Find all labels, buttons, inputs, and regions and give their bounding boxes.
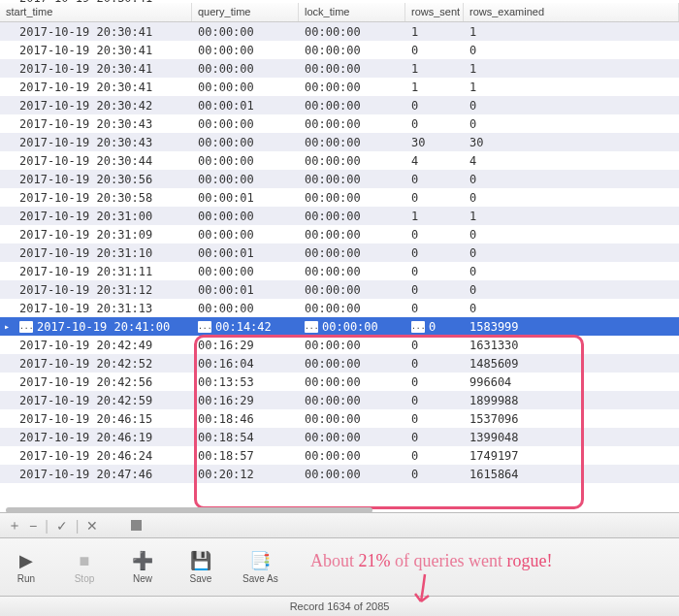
table-row[interactable]: 2017-10-19 20:42:4900:16:2900:00:0001631… bbox=[0, 336, 679, 354]
cell-ellipsis-icon[interactable]: ... bbox=[198, 321, 211, 333]
table-row[interactable]: 2017-10-19 20:30:4200:00:0100:00:0000 bbox=[0, 96, 679, 114]
col-header-rows-sent[interactable]: rows_sent bbox=[405, 3, 464, 21]
cell-lock-time: 00:00:00 bbox=[299, 373, 405, 391]
cell-start-time: 2017-10-19 20:46:24 bbox=[14, 447, 192, 465]
cell-ellipsis-icon[interactable]: ... bbox=[411, 321, 425, 333]
save-label: Save bbox=[190, 573, 212, 584]
table-row[interactable]: 2017-10-19 20:30:4100:00:0000:00:0011 bbox=[0, 59, 679, 78]
save-button[interactable]: 💾 Save bbox=[184, 550, 217, 584]
cell-start-time: 2017-10-19 20:31:12 bbox=[14, 281, 192, 299]
col-header-query-time[interactable]: query_time bbox=[192, 3, 299, 21]
cell-rows-sent: 0 bbox=[405, 429, 464, 446]
cell-query-time: 00:13:53 bbox=[192, 373, 299, 391]
table-row[interactable]: 2017-10-19 20:31:1300:00:0000:00:0000 bbox=[0, 299, 679, 317]
plus-circle-icon: ➕ bbox=[132, 550, 153, 571]
cell-rows-examined: 1 bbox=[464, 79, 679, 96]
new-label: New bbox=[133, 573, 152, 584]
cell-query-time: 00:00:00 bbox=[192, 60, 299, 78]
cell-lock-time: 00:00:00 bbox=[299, 60, 405, 78]
cell-rows-sent: 1 bbox=[405, 208, 464, 225]
table-row[interactable]: 2017-10-19 20:42:5200:16:0400:00:0001485… bbox=[0, 354, 679, 373]
cell-lock-time: 00:00:00 bbox=[299, 447, 405, 465]
table-row[interactable]: 2017-10-19 20:42:5900:16:2900:00:0001899… bbox=[0, 391, 679, 409]
cell-start-time: 2017-10-19 20:42:49 bbox=[14, 337, 192, 354]
cell-lock-time: 00:00:00 bbox=[299, 355, 405, 373]
horizontal-scrollbar[interactable] bbox=[6, 507, 673, 513]
add-row-button[interactable]: ＋ bbox=[8, 517, 21, 535]
stop-small-button[interactable] bbox=[131, 520, 142, 531]
cell-rows-examined: 1 bbox=[464, 60, 679, 78]
cell-lock-time: 00:00:00 bbox=[299, 208, 405, 225]
table-row[interactable]: 2017-10-19 20:30:5800:00:0100:00:0000 bbox=[0, 188, 679, 207]
col-header-lock-time[interactable]: lock_time bbox=[299, 3, 405, 21]
cell-rows-examined: 1537096 bbox=[464, 410, 679, 428]
table-row[interactable]: 2017-10-19 20:46:2400:18:5700:00:0001749… bbox=[0, 446, 679, 465]
cell-rows-examined: 0 bbox=[464, 171, 679, 188]
cell-rows-examined: 30 bbox=[464, 134, 679, 151]
table-row[interactable]: 2017-10-19 20:30:4100:00:0000:00:0011 bbox=[0, 78, 679, 96]
table-row[interactable]: 2017-10-19 20:46:1500:18:4600:00:0001537… bbox=[0, 409, 679, 428]
table-row[interactable]: 2017-10-19 20:42:5600:13:5300:00:0009966… bbox=[0, 373, 679, 391]
cell-lock-time: 00:00:00 bbox=[299, 300, 405, 317]
commit-button[interactable]: ✓ bbox=[56, 518, 68, 534]
table-row[interactable]: 2017-10-19 20:31:1000:00:0100:00:0000 bbox=[0, 243, 679, 262]
cell-start-time: 2017-10-19 20:31:10 bbox=[14, 244, 192, 262]
cell-start-time: 2017-10-19 20:31:13 bbox=[14, 300, 192, 317]
cell-query-time: 00:16:29 bbox=[192, 337, 299, 354]
cell-rows-sent: 0 bbox=[405, 355, 464, 373]
col-header-start-time[interactable]: start_time bbox=[0, 3, 192, 21]
cell-rows-examined: 1899988 bbox=[464, 392, 679, 409]
table-row[interactable]: 2017-10-19 20:31:1100:00:0000:00:0000 bbox=[0, 262, 679, 280]
col-header-rows-examined[interactable]: rows_examined bbox=[464, 3, 679, 21]
table-row[interactable]: 2017-10-19 20:30:4100:00:0000:00:0011 bbox=[0, 22, 679, 41]
remove-row-button[interactable]: − bbox=[29, 518, 37, 534]
table-row[interactable]: 2017-10-19 20:31:1200:00:0100:00:0000 bbox=[0, 280, 679, 299]
cell-rows-sent: 4 bbox=[405, 152, 464, 170]
cell-lock-time: 00:00:00 bbox=[299, 337, 405, 354]
table-row[interactable]: 2017-10-19 20:31:0900:00:0000:00:0000 bbox=[0, 225, 679, 243]
cell-rows-sent: 1 bbox=[405, 23, 464, 41]
save-as-button[interactable]: 📑 Save As bbox=[242, 550, 278, 584]
cell-start-time: 2017-10-19 20:30:42 bbox=[14, 97, 192, 114]
cell-query-time: 00:18:57 bbox=[192, 447, 299, 465]
cell-rows-sent: 0 bbox=[405, 447, 464, 465]
cell-start-time: 2017-10-19 20:30:56 bbox=[14, 171, 192, 188]
cell-lock-time: 00:00:00 bbox=[299, 152, 405, 170]
table-row[interactable]: 2017-10-19 20:31:0000:00:0000:00:0011 bbox=[0, 207, 679, 225]
table-row[interactable]: 2017-10-19 20:30:4300:00:0000:00:003030 bbox=[0, 133, 679, 151]
table-row[interactable]: 2017-10-19 20:30:5600:00:0000:00:0000 bbox=[0, 170, 679, 188]
table-row[interactable]: 2017-10-19 20:30:4100:00:0000:00:0000 bbox=[0, 41, 679, 59]
results-table[interactable]: 2017-10-19 20:30:41 start_time query_tim… bbox=[0, 0, 679, 512]
cell-lock-time: 00:00:00 bbox=[299, 79, 405, 96]
cell-start-time: 2017-10-19 20:30:58 bbox=[14, 189, 192, 207]
cell-query-time: 00:00:00 bbox=[192, 79, 299, 96]
new-button[interactable]: ➕ New bbox=[126, 550, 159, 584]
cell-rows-examined: 0 bbox=[464, 42, 679, 59]
row-gutter: ▸ bbox=[0, 321, 14, 332]
cell-ellipsis-icon[interactable]: ... bbox=[305, 321, 318, 333]
table-row[interactable]: ▸...2017-10-19 20:41:00...00:14:42...00:… bbox=[0, 317, 679, 336]
cell-start-time: 2017-10-19 20:30:43 bbox=[14, 134, 192, 151]
cell-query-time: 00:00:01 bbox=[192, 97, 299, 114]
cancel-button[interactable]: ✕ bbox=[86, 518, 98, 534]
cell-rows-sent: 0 bbox=[405, 42, 464, 59]
cell-lock-time: 00:00:00 bbox=[299, 429, 405, 446]
cell-rows-sent: 0 bbox=[405, 115, 464, 133]
cell-start-time: 2017-10-19 20:42:59 bbox=[14, 392, 192, 409]
cell-start-time: 2017-10-19 20:31:09 bbox=[14, 226, 192, 243]
cell-ellipsis-icon[interactable]: ... bbox=[19, 321, 33, 333]
stop-label: Stop bbox=[75, 573, 95, 584]
cell-query-time: ...00:14:42 bbox=[192, 318, 299, 336]
scrollbar-thumb[interactable] bbox=[6, 507, 372, 513]
cell-lock-time: 00:00:00 bbox=[299, 466, 405, 483]
table-row[interactable]: 2017-10-19 20:46:1900:18:5400:00:0001399… bbox=[0, 428, 679, 446]
cell-lock-time: 00:00:00 bbox=[299, 115, 405, 133]
table-row[interactable]: 2017-10-19 20:30:4400:00:0000:00:0044 bbox=[0, 151, 679, 170]
cell-rows-sent: 0 bbox=[405, 466, 464, 483]
table-row[interactable]: 2017-10-19 20:30:4300:00:0000:00:0000 bbox=[0, 114, 679, 133]
run-button[interactable]: ▶ Run bbox=[10, 550, 43, 584]
table-row[interactable]: 2017-10-19 20:47:4600:20:1200:00:0001615… bbox=[0, 465, 679, 483]
run-label: Run bbox=[17, 573, 35, 584]
toolbar-separator: | bbox=[45, 518, 48, 534]
cell-query-time: 00:00:00 bbox=[192, 23, 299, 41]
